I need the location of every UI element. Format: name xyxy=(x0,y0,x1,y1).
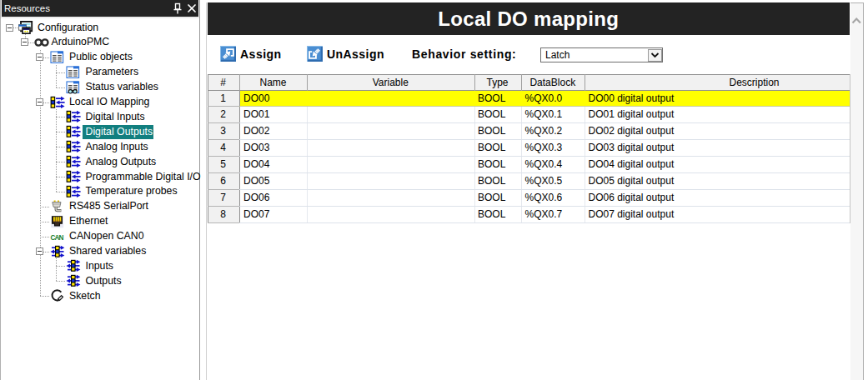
svg-text:CAN: CAN xyxy=(51,233,64,241)
